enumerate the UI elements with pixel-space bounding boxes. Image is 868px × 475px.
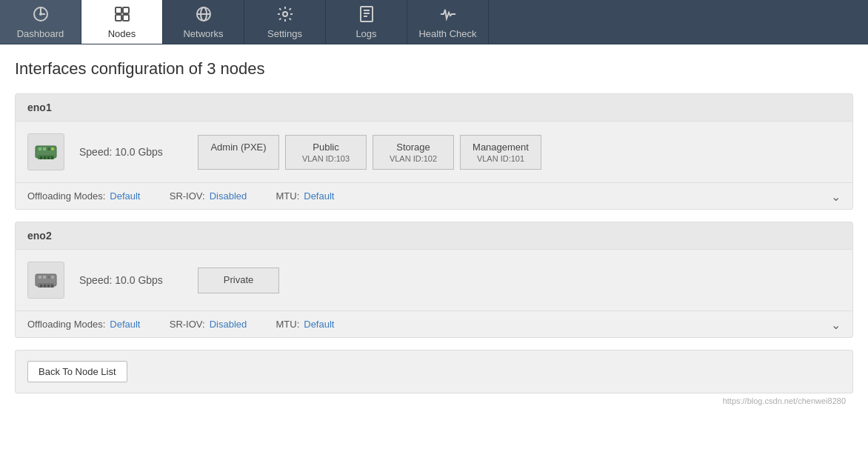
healthcheck-icon [439,5,457,25]
tab-logs[interactable]: Logs [326,0,407,44]
offloading-value-eno2[interactable]: Default [110,319,140,330]
nodes-icon [113,5,131,25]
network-tag-public[interactable]: Public VLAN ID:103 [285,135,367,170]
tab-nodes[interactable]: Nodes [81,0,163,44]
interface-name-eno2: eno2 [16,222,852,250]
svg-point-33 [51,276,54,279]
tab-settings[interactable]: Settings [244,0,326,44]
tag-vlan-public: VLAN ID:103 [298,154,354,163]
svg-rect-2 [116,7,121,13]
tab-dashboard-label: Dashboard [17,28,64,39]
svg-rect-19 [51,156,53,159]
svg-rect-32 [47,276,50,279]
svg-rect-3 [123,7,129,13]
sr-iov-label-eno1: SR-IOV: [170,190,205,202]
nic-speed-eno2: Speed: 10.0 Gbps [79,274,183,286]
tab-dashboard[interactable]: Dashboard [0,0,81,44]
sr-iov-value-eno2[interactable]: Disabled [210,319,247,330]
mtu-value-eno1[interactable]: Default [304,190,334,202]
sr-iov-value-eno1[interactable]: Disabled [210,190,247,202]
back-section: Back To Node List [15,350,853,393]
mtu-value-eno2[interactable]: Default [304,319,334,330]
tag-vlan-storage: VLAN ID:102 [385,154,441,163]
tab-logs-label: Logs [355,28,376,39]
interface-footer-eno1: Offloading Modes: Default SR-IOV: Disabl… [16,183,852,209]
networks-icon [195,5,213,25]
network-tags-eno1: Admin (PXE) Public VLAN ID:103 Storage V… [198,135,541,170]
svg-rect-21 [43,147,46,150]
network-tag-admin-pxe[interactable]: Admin (PXE) [198,135,279,170]
watermark: https://blog.csdn.net/chenwei8280 [15,393,853,408]
offloading-label-eno1: Offloading Modes: [27,190,105,202]
tag-name-admin-pxe: Admin (PXE) [210,142,267,153]
svg-rect-30 [39,276,41,279]
main-content: Interfaces configuration of 3 nodes eno1 [0,44,868,423]
settings-icon [276,5,294,25]
sep2-eno1 [258,190,264,202]
page-title: Interfaces configuration of 3 nodes [15,59,853,79]
offloading-label-eno2: Offloading Modes: [27,319,105,330]
svg-rect-20 [39,147,41,150]
dashboard-icon [32,5,50,25]
network-tag-private[interactable]: Private [198,268,279,293]
interface-name-eno1: eno1 [16,94,852,122]
svg-rect-31 [43,276,46,279]
tag-name-management: Management [473,142,529,153]
svg-rect-28 [47,285,50,288]
sep2-eno2 [258,319,264,330]
sep1-eno1 [152,190,157,202]
offloading-value-eno1[interactable]: Default [110,190,140,202]
tab-networks-label: Networks [183,28,223,39]
interface-body-eno2: Speed: 10.0 Gbps Private [16,250,852,311]
network-tag-management[interactable]: Management VLAN ID:101 [460,135,541,170]
mtu-label-eno1: MTU: [276,190,299,202]
nic-icon-eno2 [27,262,64,299]
tab-networks[interactable]: Networks [163,0,244,44]
svg-rect-29 [51,285,53,288]
tag-vlan-management: VLAN ID:101 [473,154,529,163]
svg-rect-18 [47,156,50,159]
tab-settings-label: Settings [267,28,302,39]
interface-footer-eno2: Offloading Modes: Default SR-IOV: Disabl… [16,311,852,337]
svg-rect-5 [123,15,129,21]
interface-body-eno1: Speed: 10.0 Gbps Admin (PXE) Public VLAN… [16,122,852,183]
back-to-node-list-button[interactable]: Back To Node List [27,361,127,382]
svg-rect-16 [40,156,42,159]
mtu-label-eno2: MTU: [276,319,299,330]
svg-rect-4 [116,15,121,21]
tag-name-storage: Storage [385,142,441,153]
svg-point-23 [51,147,54,150]
tab-healthcheck-label: Health Check [418,28,476,39]
chevron-down-icon-eno2[interactable]: ⌄ [831,317,841,331]
svg-point-9 [283,12,287,16]
tag-name-public: Public [298,142,354,153]
svg-rect-17 [44,156,46,159]
tag-name-private: Private [210,274,267,285]
sep1-eno2 [152,319,157,330]
navbar: Dashboard Nodes Networks [0,0,868,44]
svg-point-1 [39,13,42,16]
nic-icon-eno1 [27,133,64,170]
nic-speed-eno1: Speed: 10.0 Gbps [79,146,183,158]
network-tag-storage[interactable]: Storage VLAN ID:102 [373,135,454,170]
interface-card-eno1: eno1 Speed: 10.0 Gbps [15,93,853,210]
svg-rect-26 [40,285,42,288]
interface-card-eno2: eno2 Speed: 10.0 Gbps [15,222,853,338]
logs-icon [358,5,375,25]
svg-rect-27 [44,285,46,288]
chevron-down-icon-eno1[interactable]: ⌄ [831,189,841,203]
tab-nodes-label: Nodes [108,28,136,39]
svg-rect-22 [47,147,50,150]
sr-iov-label-eno2: SR-IOV: [170,319,205,330]
tab-healthcheck[interactable]: Health Check [407,0,489,44]
network-tags-eno2: Private [198,268,279,293]
